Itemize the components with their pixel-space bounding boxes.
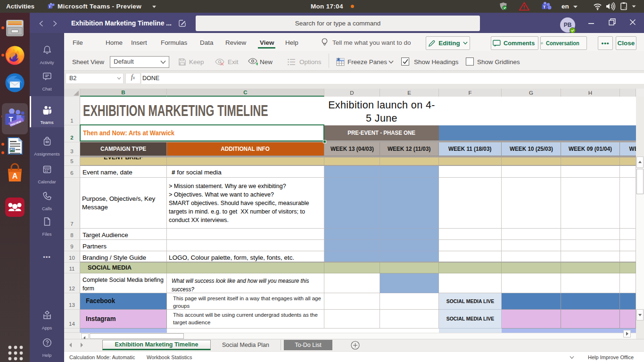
svg-text:T: T [49,5,51,9]
svg-text:A: A [12,172,18,180]
svg-text:T: T [543,5,546,9]
